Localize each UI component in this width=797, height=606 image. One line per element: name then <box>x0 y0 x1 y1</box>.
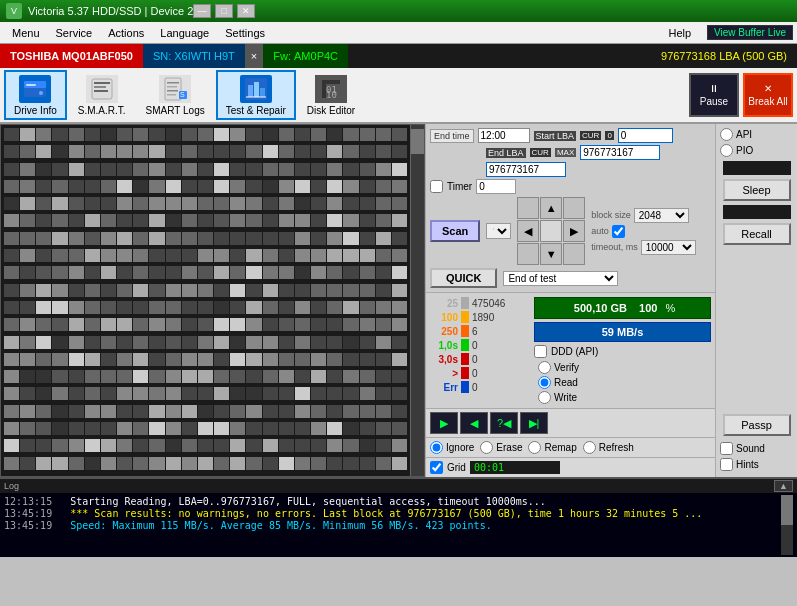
erase-radio[interactable] <box>480 441 493 454</box>
auto-row: auto <box>591 225 696 238</box>
drive-info-icon <box>19 75 51 103</box>
read-radio[interactable] <box>538 376 551 389</box>
block-size-select[interactable]: 2048 <box>634 208 689 223</box>
svg-rect-7 <box>94 90 108 92</box>
scrollbar-thumb[interactable] <box>411 129 425 154</box>
minimize-button[interactable]: — <box>193 4 211 18</box>
sound-row: Sound <box>720 442 793 455</box>
timeout-select[interactable]: 10000 <box>641 240 696 255</box>
dark-display-2 <box>723 205 791 219</box>
log-panel: Log ▲ 12:13:15 Starting Reading, LBA=0..… <box>0 477 797 557</box>
ddd-checkbox[interactable] <box>534 345 547 358</box>
disk-editor-button[interactable]: 0110 Disk Editor <box>298 70 364 120</box>
remap-radio[interactable] <box>528 441 541 454</box>
start-lba-label: Start LBA <box>534 131 577 141</box>
svg-rect-17 <box>254 82 259 97</box>
smart-logs-button[interactable]: S SMART Logs <box>137 70 214 120</box>
api-radio[interactable] <box>720 128 733 141</box>
write-radio[interactable] <box>538 391 551 404</box>
app-icon: V <box>6 3 22 19</box>
arrow-dr[interactable] <box>563 243 585 265</box>
passp-button[interactable]: Passp <box>723 414 791 436</box>
scan-button[interactable]: Scan <box>430 220 480 242</box>
menu-menu[interactable]: Menu <box>4 25 48 41</box>
log-clear-button[interactable]: ▲ <box>774 480 793 492</box>
skip-back-button[interactable]: ?◀ <box>490 412 518 434</box>
verify-radio[interactable] <box>538 361 551 374</box>
hints-checkbox[interactable] <box>720 458 733 471</box>
toolbar: Drive Info S.M.A.R.T. S SMART Logs Test … <box>0 68 797 124</box>
menu-help[interactable]: Help <box>660 25 699 41</box>
recall-button[interactable]: Recall <box>723 223 791 245</box>
end-time-input[interactable] <box>478 128 530 143</box>
log-lines: 12:13:15 Starting Reading, LBA=0..976773… <box>4 495 781 555</box>
smart-button[interactable]: S.M.A.R.T. <box>69 70 135 120</box>
cur-badge-2: CUR <box>530 148 551 157</box>
quick-button[interactable]: QUICK <box>430 268 497 288</box>
end-lba-input[interactable] <box>580 145 660 160</box>
lba-row-1: End time Start LBA CUR 0 <box>430 128 711 143</box>
break-all-button[interactable]: ✕ Break All <box>743 73 793 117</box>
map-scrollbar[interactable] <box>410 125 424 476</box>
arrow-right[interactable]: ▶ <box>563 220 585 242</box>
lba-row-3 <box>486 162 711 177</box>
start-lba-input[interactable] <box>618 128 673 143</box>
options-row: Ignore Erase Remap Refresh <box>426 438 715 458</box>
svg-text:10: 10 <box>326 90 337 100</box>
menu-settings[interactable]: Settings <box>217 25 273 41</box>
log-line-1: 12:13:15 Starting Reading, LBA=0..976773… <box>4 496 781 507</box>
close-button[interactable]: ✕ <box>237 4 255 18</box>
test-repair-button[interactable]: Test & Repair <box>216 70 296 120</box>
arrow-dl[interactable] <box>517 243 539 265</box>
menu-service[interactable]: Service <box>48 25 101 41</box>
arrow-ul[interactable] <box>517 197 539 219</box>
stat-row-4: 3,0s0 <box>430 353 530 365</box>
arrow-down[interactable]: ▼ <box>540 243 562 265</box>
menu-actions[interactable]: Actions <box>100 25 152 41</box>
sound-checkbox[interactable] <box>720 442 733 455</box>
refresh-radio[interactable] <box>583 441 596 454</box>
svg-rect-10 <box>167 86 177 88</box>
grid-checkbox[interactable] <box>430 461 443 474</box>
progress-panel: 500,10 GB 100 % 59 MB/s DDD (API) Verify <box>534 297 711 404</box>
title-bar-title: Victoria 5.37 HDD/SSD | Device 2 <box>28 5 193 17</box>
arrow-up[interactable]: ▲ <box>540 197 562 219</box>
pause-icon: ⏸ <box>709 83 719 94</box>
cur-lba-right-input[interactable] <box>486 162 566 177</box>
device-lba: 976773168 LBA (500 GB) <box>651 44 797 68</box>
arrow-ur[interactable] <box>563 197 585 219</box>
remap-radio-row: Remap <box>528 441 576 454</box>
rewind-button[interactable]: ◀ <box>460 412 488 434</box>
timer-input[interactable] <box>476 179 516 194</box>
log-scrollbar[interactable] <box>781 495 793 555</box>
drive-info-button[interactable]: Drive Info <box>4 70 67 120</box>
device-sn: SN: X6IWTI H9T <box>143 44 245 68</box>
arrow-left[interactable]: ◀ <box>517 220 539 242</box>
log-scrollbar-thumb[interactable] <box>781 495 793 525</box>
pause-button[interactable]: ⏸ Pause <box>689 73 739 117</box>
pause-label: Pause <box>700 96 728 107</box>
scan-controls: End time Start LBA CUR 0 End LBA CUR MAX <box>426 124 715 293</box>
sleep-button[interactable]: Sleep <box>723 179 791 201</box>
ignore-radio[interactable] <box>430 441 443 454</box>
ignore-radio-row: Ignore <box>430 441 474 454</box>
scan-dropdown[interactable]: ▼ <box>486 223 511 239</box>
skip-end-button[interactable]: ▶| <box>520 412 548 434</box>
erase-radio-row: Erase <box>480 441 522 454</box>
log-line-3: 13:45:19 Speed: Maximum 115 MB/s. Averag… <box>4 520 781 531</box>
play-button[interactable]: ▶ <box>430 412 458 434</box>
auto-checkbox[interactable] <box>612 225 625 238</box>
pio-radio[interactable] <box>720 144 733 157</box>
svg-rect-6 <box>94 86 106 88</box>
view-buffer-button[interactable]: View Buffer Live <box>707 25 793 40</box>
test-repair-label: Test & Repair <box>226 105 286 116</box>
maximize-button[interactable]: □ <box>215 4 233 18</box>
disk-editor-label: Disk Editor <box>307 105 355 116</box>
timer-checkbox[interactable] <box>430 180 443 193</box>
sound-hints-group: Sound Hints <box>720 440 793 473</box>
write-label: Write <box>554 392 577 403</box>
device-close-button[interactable]: × <box>245 44 263 68</box>
end-condition-select[interactable]: End of test <box>503 271 618 286</box>
menu-language[interactable]: Language <box>152 25 217 41</box>
refresh-label: Refresh <box>599 442 634 453</box>
